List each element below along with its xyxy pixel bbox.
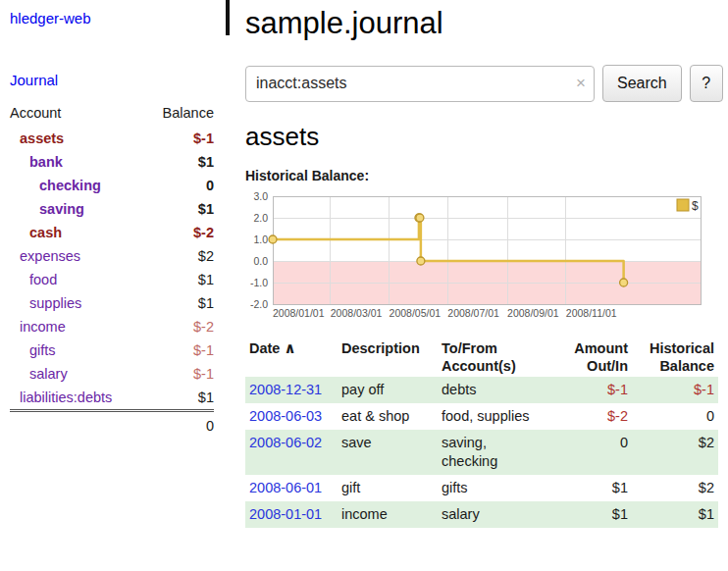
sidebar-scrollbar-thumb[interactable] [226,0,230,35]
account-link-cash[interactable]: cash [29,225,62,240]
transaction-amount: $-2 [547,403,632,430]
app-window: hledger-web Journal Account Balance asse… [0,0,728,528]
amount-column-header: Amount Out/In [547,337,632,377]
clear-search-icon[interactable]: × [576,74,586,93]
transaction-accounts: food, supplies [438,403,547,430]
account-link-liabilities-debts[interactable]: liabilities:debts [20,389,112,405]
historical-balance-chart: 3.02.01.00.0-1.0-2.02008/01/012008/03/01… [245,191,702,322]
account-link-salary[interactable]: salary [29,366,68,382]
balance-column-header: Balance [145,102,214,127]
transaction-date-link[interactable]: 2008-12-31 [249,382,322,397]
transaction-date-cell: 2008-06-01 [245,475,338,501]
transaction-date-link[interactable]: 2008-01-01 [249,506,322,522]
account-tree-table: Account Balance assets$-1bank$1checking0… [10,102,214,438]
svg-text:2008/01/01: 2008/01/01 [273,307,325,319]
transaction-date-cell: 2008-01-01 [245,501,338,528]
sidebar: hledger-web Journal Account Balance asse… [0,0,234,528]
data-point-marker [416,214,424,222]
svg-text:2.0: 2.0 [253,212,268,224]
data-point-marker [417,257,425,265]
register-header-row: Date ∧ Description To/From Account(s) Am… [245,337,718,377]
transaction-date-cell: 2008-06-02 [245,430,338,475]
transaction-balance: 0 [632,403,718,430]
date-column-header[interactable]: Date ∧ [245,337,338,377]
svg-text:2008/05/01: 2008/05/01 [390,307,442,319]
svg-text:1.0: 1.0 [253,234,268,245]
account-row: assets$-1 [10,127,214,150]
register-rows: 2008-12-31pay offdebts$-1$-12008-06-03ea… [245,377,718,528]
account-row: cash$-2 [10,221,214,244]
register-row: 2008-06-03eat & shopfood, supplies$-20 [245,403,718,430]
sort-ascending-icon: ∧ [284,339,295,356]
transaction-accounts: saving, checking [438,430,547,475]
app-title-link[interactable]: hledger-web [10,10,234,26]
data-point-marker [620,279,628,286]
transaction-date-link[interactable]: 2008-06-03 [249,408,322,424]
account-row: income$-2 [10,315,214,338]
account-row: food$1 [10,268,214,291]
svg-text:-1.0: -1.0 [250,277,268,288]
chart-heading: Historical Balance: [245,168,723,183]
page-title: sample.journal [245,6,723,41]
account-link-income[interactable]: income [20,319,66,335]
total-balance: 0 [145,411,214,439]
account-link-expenses[interactable]: expenses [20,248,80,264]
main-content: sample.journal × Search ? assets Histori… [234,0,728,528]
search-button[interactable]: Search [602,65,682,102]
sidebar-item-journal[interactable]: Journal [10,72,234,88]
description-column-header: Description [338,337,438,377]
account-row: checking0 [10,174,214,197]
transaction-description: save [338,430,438,475]
account-row: expenses$2 [10,244,214,268]
account-balance: $-2 [145,221,214,244]
transaction-date-link[interactable]: 2008-06-02 [249,435,322,450]
help-button[interactable]: ? [690,65,723,102]
search-box: × [245,66,595,102]
transaction-date-cell: 2008-12-31 [245,377,338,403]
account-row: supplies$1 [10,291,214,315]
transaction-balance: $1 [632,501,718,528]
transaction-accounts: gifts [438,475,547,501]
account-row: saving$1 [10,197,214,221]
transaction-description: gift [338,475,438,501]
account-balance: $1 [145,386,214,411]
account-heading: assets [245,122,723,152]
transaction-balance: $2 [632,430,718,475]
account-row: bank$1 [10,150,214,174]
search-input[interactable] [245,66,595,102]
svg-text:0.0: 0.0 [253,255,268,267]
transaction-date-link[interactable]: 2008-06-01 [249,480,322,495]
account-link-gifts[interactable]: gifts [29,342,56,358]
account-link-bank[interactable]: bank [29,154,63,170]
register-row: 2008-06-02savesaving, checking0$2 [245,430,718,475]
account-row: liabilities:debts$1 [10,386,214,411]
svg-text:2008/09/01: 2008/09/01 [507,307,559,319]
account-column-header: Account [10,102,145,127]
account-link-saving[interactable]: saving [39,201,84,217]
transaction-description: pay off [338,377,438,403]
account-balance: $-2 [145,315,214,338]
transaction-balance: $2 [632,475,718,501]
legend-swatch [677,199,689,211]
data-point-marker [269,235,277,243]
account-balance: $2 [145,244,214,268]
register-row: 2008-12-31pay offdebts$-1$-1 [245,377,718,403]
svg-text:-2.0: -2.0 [250,298,268,310]
transaction-accounts: debts [438,377,547,403]
historical-balance-column-header: Historical Balance [632,337,718,377]
svg-text:2008/11/01: 2008/11/01 [566,307,617,319]
account-link-checking[interactable]: checking [39,178,101,193]
account-link-supplies[interactable]: supplies [29,295,81,311]
transaction-accounts: salary [438,501,547,528]
account-balance: $1 [145,150,214,174]
transaction-amount: $1 [547,475,632,501]
total-row-spacer [10,411,145,439]
date-column-label: Date [249,340,280,356]
account-row: salary$-1 [10,362,214,386]
register-row: 2008-01-01incomesalary$1$1 [245,501,718,528]
svg-text:2008/07/01: 2008/07/01 [447,307,499,319]
svg-text:3.0: 3.0 [253,191,268,202]
account-link-food[interactable]: food [29,272,57,287]
account-link-assets[interactable]: assets [20,130,64,146]
svg-text:2008/03/01: 2008/03/01 [331,307,383,319]
